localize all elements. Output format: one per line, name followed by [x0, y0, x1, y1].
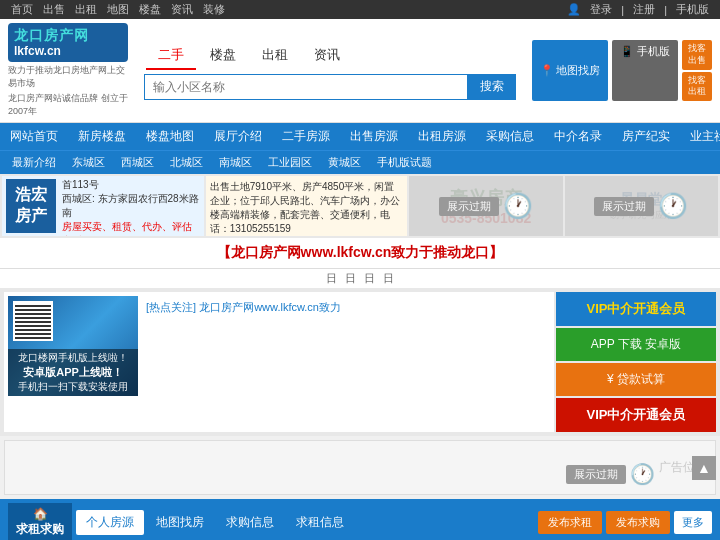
nav-item-for-sale[interactable]: 出售房源	[340, 123, 408, 150]
sub-nav-latest[interactable]: 最新介绍	[4, 151, 64, 174]
bottom-ad[interactable]: 广告位 展示过期 🕐	[4, 440, 716, 495]
sub-nav-industrial[interactable]: 工业园区	[260, 151, 320, 174]
nav-decor[interactable]: 装修	[203, 2, 225, 17]
app-promo-text3: 手机扫一扫下载安装使用	[12, 380, 134, 394]
more-btn[interactable]: 更多	[674, 511, 712, 534]
sidebar-app-btn[interactable]: APP 下载 安卓版	[556, 328, 716, 361]
logo-tagline: 致力于推动龙口房地产网上交易市场	[8, 64, 128, 90]
nav-buildings[interactable]: 楼盘	[139, 2, 161, 17]
sidebar-vip1-btn[interactable]: VIP中介开通会员	[556, 292, 716, 326]
sidebar-loan-btn[interactable]: ¥ 贷款试算	[556, 363, 716, 396]
sub-nav-mobile-test[interactable]: 手机版试题	[369, 151, 440, 174]
sub-nav-south[interactable]: 南城区	[211, 151, 260, 174]
expired-overlay-haoxing: 展示过期 🕐	[409, 176, 562, 236]
haohong-text3: 房屋买卖、租赁、代办、评估 电话:15588559939	[62, 220, 200, 236]
nav-map[interactable]: 地图	[107, 2, 129, 17]
date2: 日	[345, 271, 356, 286]
vip2-label: VIP中介开通会员	[587, 407, 686, 422]
tab-chuzhu[interactable]: 出租	[250, 42, 300, 70]
ad-land-sale[interactable]: 出售土地7910平米、房产4850平米，闲置企业；位于邱人民路北、汽车广场内，办…	[206, 176, 408, 236]
mobile-link[interactable]: 手机版	[676, 2, 709, 17]
search-input[interactable]	[144, 74, 468, 100]
vip1-label: VIP中介开通会员	[587, 301, 686, 316]
scroll-to-top-btn[interactable]: ▲	[692, 456, 716, 480]
haohong-text2: 西城区: 东方家园农行西28米路南	[62, 192, 200, 220]
content-title: 【龙口房产网www.lkfcw.cn致力于推动龙口】	[0, 238, 720, 269]
haohong-brand: 浩宏房产	[6, 179, 56, 233]
sub-nav: 最新介绍 东城区 西城区 北城区 南城区 工业园区 黄城区 手机版试题	[0, 150, 720, 174]
content-date: 日 日 日 日	[0, 269, 720, 288]
bottom-buttons: 发布求租 发布求购 更多	[538, 511, 712, 534]
user-icon: 👤	[567, 3, 581, 16]
header: 龙口房产网 lkfcw.cn 致力于推动龙口房地产网上交易市场 龙口房产网站诚信…	[0, 19, 720, 123]
left-content: 龙口楼网手机版上线啦！ 安卓版APP上线啦！ 手机扫一扫下载安装使用 [热点关注…	[4, 292, 554, 432]
nav-item-showroom[interactable]: 展厅介绍	[204, 123, 272, 150]
nav-item-new-buildings[interactable]: 新房楼盘	[68, 123, 136, 150]
logo[interactable]: 龙口房产网 lkfcw.cn	[8, 23, 128, 62]
expired-text-jingyi: 展示过期	[594, 197, 654, 216]
bottom-bar: 🏠 求租求购 个人房源 地图找房 求购信息 求租信息 发布求租 发布求购 更多	[0, 499, 720, 540]
nav-sale[interactable]: 出售	[43, 2, 65, 17]
ad-haoxing[interactable]: 豪兴房产 0535-8501082 展示过期 🕐	[409, 176, 562, 236]
nav-item-map[interactable]: 楼盘地图	[136, 123, 204, 150]
ads-row: 浩宏房产 东城区: 龙城壹号实验幼儿园南首113号 西城区: 东方家园农行西28…	[0, 174, 720, 238]
post-buy-btn[interactable]: 发布求购	[606, 511, 670, 534]
main-content: 龙口楼网手机版上线啦！ 安卓版APP上线啦！ 手机扫一扫下载安装使用 [热点关注…	[0, 288, 720, 436]
sub-nav-north[interactable]: 北城区	[162, 151, 211, 174]
sidebar-vip2-btn[interactable]: VIP中介开通会员	[556, 398, 716, 432]
search-button[interactable]: 搜索	[468, 74, 516, 100]
find-client-sale-btn[interactable]: 找客出售	[682, 40, 712, 69]
nav-item-for-rent[interactable]: 出租房源	[408, 123, 476, 150]
bar-icon: 🏠	[33, 507, 48, 521]
header-tabs: 二手 楼盘 出租 资讯	[146, 42, 524, 70]
find-client-rent-btn[interactable]: 找客出租	[682, 72, 712, 101]
mobile-btn-label: 手机版	[637, 45, 670, 57]
nav-rent[interactable]: 出租	[75, 2, 97, 17]
article-link[interactable]: [热点关注] 龙口房产网www.lkfcw.cn致力	[146, 301, 341, 313]
bottom-tabs: 个人房源 地图找房 求购信息 求租信息	[76, 510, 534, 535]
tab-personal-source[interactable]: 个人房源	[76, 510, 144, 535]
sub-nav-huangcheng[interactable]: 黄城区	[320, 151, 369, 174]
logo-area: 龙口房产网 lkfcw.cn 致力于推动龙口房地产网上交易市场 龙口房产网站诚信…	[8, 23, 128, 118]
app-promo-text2: 安卓版APP上线啦！	[12, 365, 134, 380]
mobile-version-btn[interactable]: 📱 手机版	[612, 40, 678, 101]
nav-news[interactable]: 资讯	[171, 2, 193, 17]
clock-icon: 🕐	[503, 192, 533, 220]
mobile-icon: 📱	[620, 45, 634, 57]
nav-item-community[interactable]: 业主社区	[680, 123, 720, 150]
map-find-btn[interactable]: 📍 地图找房	[532, 40, 608, 101]
nav-item-agent-directory[interactable]: 中介名录	[544, 123, 612, 150]
logo-brand: 龙口房产网	[14, 27, 122, 44]
top-nav-links: 首页 出售 出租 地图 楼盘 资讯 装修	[8, 2, 228, 17]
tab-map-find[interactable]: 地图找房	[146, 510, 214, 535]
app-promo-text1: 龙口楼网手机版上线啦！	[12, 351, 134, 365]
ad-haohong[interactable]: 浩宏房产 东城区: 龙城壹号实验幼儿园南首113号 西城区: 东方家园农行西28…	[2, 176, 204, 236]
date1: 日	[326, 271, 337, 286]
title-text: 【龙口房产网www.lkfcw.cn致力于推动龙口】	[217, 244, 504, 260]
tab-rent-info[interactable]: 求租信息	[286, 510, 354, 535]
post-rent-btn[interactable]: 发布求租	[538, 511, 602, 534]
bottom-bar-title: 🏠 求租求购	[8, 503, 72, 540]
article-preview: 龙口楼网手机版上线啦！ 安卓版APP上线啦！ 手机扫一扫下载安装使用 [热点关注…	[4, 292, 554, 400]
top-nav-right: 👤 登录 | 注册 | 手机版	[567, 2, 712, 17]
sub-nav-east[interactable]: 东城区	[64, 151, 113, 174]
app-promo-overlay: 龙口楼网手机版上线啦！ 安卓版APP上线啦！ 手机扫一扫下载安装使用	[8, 349, 138, 396]
nav-item-home[interactable]: 网站首页	[0, 123, 68, 150]
nav-home[interactable]: 首页	[11, 2, 33, 17]
tab-loopan[interactable]: 楼盘	[198, 42, 248, 70]
tab-purchase-info[interactable]: 求购信息	[216, 510, 284, 535]
app-dl-label: APP 下载 安卓版	[591, 337, 681, 351]
ad-jingyi[interactable]: 景易堂 易学研究与应用 展示过期 🕐	[565, 176, 718, 236]
bottom-expired-text: 展示过期	[566, 465, 626, 484]
article-image: 龙口楼网手机版上线啦！ 安卓版APP上线啦！ 手机扫一扫下载安装使用	[8, 296, 138, 396]
login-link[interactable]: 登录	[590, 2, 612, 17]
sub-nav-west[interactable]: 西城区	[113, 151, 162, 174]
register-link[interactable]: 注册	[633, 2, 655, 17]
nav-item-purchase[interactable]: 采购信息	[476, 123, 544, 150]
tab-zixun[interactable]: 资讯	[302, 42, 352, 70]
nav-item-property-record[interactable]: 房产纪实	[612, 123, 680, 150]
article-text: [热点关注] 龙口房产网www.lkfcw.cn致力	[146, 296, 341, 396]
nav-item-second-hand[interactable]: 二手房源	[272, 123, 340, 150]
clock-icon2: 🕐	[658, 192, 688, 220]
tab-ershou[interactable]: 二手	[146, 42, 196, 70]
